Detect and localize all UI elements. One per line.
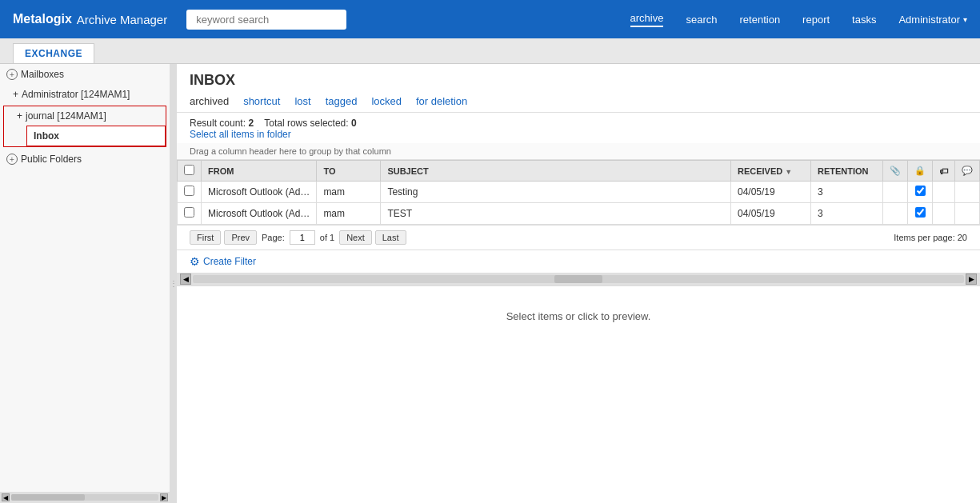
nav-search[interactable]: search	[686, 14, 717, 26]
nav-report[interactable]: report	[802, 14, 830, 26]
nav-admin-dropdown[interactable]: Administrator ▾	[898, 14, 967, 26]
th-attachment: 📎	[883, 161, 908, 182]
create-filter-link[interactable]: ⚙ Create Filter	[190, 255, 967, 268]
row1-lock-cell	[908, 182, 933, 203]
row1-subject: Testing	[381, 182, 731, 203]
row1-checkbox[interactable]	[184, 186, 194, 196]
prev-page-button[interactable]: Prev	[224, 230, 257, 245]
row1-checkbox-cell	[178, 182, 202, 203]
public-folders-label: Public Folders	[21, 154, 82, 165]
result-count-label: Result count:	[190, 118, 246, 129]
tab-shortcut[interactable]: shortcut	[243, 95, 280, 112]
row2-to: mam	[317, 203, 381, 225]
content-area: INBOX archived shortcut lost tagged lock…	[177, 64, 980, 503]
nav-admin-label: Administrator	[898, 14, 960, 26]
tab-archived[interactable]: archived	[190, 95, 229, 112]
row2-lock-checkbox[interactable]	[915, 207, 926, 218]
table-row: Microsoft Outlook (Ad… mam TEST 04/05/19…	[178, 203, 980, 225]
row1-received: 04/05/19	[731, 182, 811, 203]
table-header-row: FROM TO SUBJECT RECEIVED ▼ RETENTION 📎 🔒…	[178, 161, 980, 182]
brand: Metalogix Archive Manager	[13, 12, 167, 26]
sidebar-scroll-track	[11, 494, 158, 501]
th-subject[interactable]: SUBJECT	[381, 161, 731, 182]
nav-tasks[interactable]: tasks	[852, 14, 876, 26]
row2-tag-cell	[933, 203, 955, 225]
sidebar-scrollbar[interactable]: ◀ ▶	[0, 492, 170, 503]
h-scroll-right-btn[interactable]: ▶	[966, 273, 977, 285]
items-per-page-label: Items per page: 20	[894, 233, 967, 242]
tab-lost[interactable]: lost	[294, 95, 310, 112]
page-of-text: of 1	[320, 233, 334, 242]
sidebar-scroll-left-btn[interactable]: ◀	[2, 493, 10, 501]
th-received[interactable]: RECEIVED ▼	[731, 161, 811, 182]
th-note: 💬	[955, 161, 980, 182]
create-filter-label: Create Filter	[203, 256, 256, 267]
sidebar-administrator[interactable]: + Administrator [124MAM1]	[0, 85, 170, 104]
row1-note-cell	[955, 182, 980, 203]
v-resize-handle[interactable]: ⋮	[170, 64, 177, 503]
sidebar-inbox[interactable]: Inbox	[26, 126, 166, 146]
exchange-tab-bar: EXCHANGE	[0, 38, 980, 64]
row2-subject: TEST	[381, 203, 731, 225]
row1-tag-cell	[933, 182, 955, 203]
mailboxes-label: Mailboxes	[21, 69, 64, 80]
exchange-tab[interactable]: EXCHANGE	[13, 43, 94, 63]
first-page-button[interactable]: First	[190, 230, 221, 245]
th-to[interactable]: TO	[317, 161, 381, 182]
nav-links: archive search retention report tasks Ad…	[630, 12, 967, 27]
administrator-label: Administrator [124MAM1]	[22, 89, 130, 100]
horizontal-scrollbar[interactable]: ◀ ▶	[177, 273, 980, 285]
total-rows: 0	[351, 118, 357, 129]
th-retention[interactable]: RETENTION	[811, 161, 883, 182]
nav-retention[interactable]: retention	[740, 14, 781, 26]
row2-retention: 3	[811, 203, 883, 225]
drag-hint: Drag a column header here to group by th…	[177, 143, 980, 160]
sidebar: + Mailboxes + Administrator [124MAM1] + …	[0, 64, 170, 503]
tab-for-deletion[interactable]: for deletion	[416, 95, 467, 112]
th-from[interactable]: FROM	[202, 161, 317, 182]
filter-icon: ⚙	[190, 255, 200, 268]
keyword-search-input[interactable]	[186, 10, 346, 30]
email-table: FROM TO SUBJECT RECEIVED ▼ RETENTION 📎 🔒…	[177, 160, 980, 225]
nav-archive[interactable]: archive	[630, 12, 664, 27]
sidebar-mailboxes[interactable]: + Mailboxes	[0, 64, 170, 85]
top-navigation: Metalogix Archive Manager archive search…	[0, 0, 980, 38]
expand-mailboxes-icon: +	[6, 69, 18, 80]
result-count: 2	[248, 118, 254, 129]
page-number-input[interactable]	[290, 230, 315, 245]
row1-lock-checkbox[interactable]	[915, 186, 926, 196]
select-all-items-link[interactable]: Select all items in folder	[190, 129, 291, 140]
th-lock: 🔒	[908, 161, 933, 182]
pagination-bar: First Prev Page: of 1 Next Last Items pe…	[177, 225, 980, 250]
row2-checkbox[interactable]	[184, 207, 194, 218]
inbox-header: INBOX archived shortcut lost tagged lock…	[177, 64, 980, 113]
chevron-down-icon: ▾	[963, 15, 967, 24]
row1-to: mam	[317, 182, 381, 203]
table-container: FROM TO SUBJECT RECEIVED ▼ RETENTION 📎 🔒…	[177, 160, 980, 225]
expand-journal-icon: +	[17, 110, 22, 122]
row2-note-cell	[955, 203, 980, 225]
expand-administrator-icon: +	[13, 89, 18, 100]
email-table-body: Microsoft Outlook (Ad… mam Testing 04/05…	[178, 182, 980, 225]
received-label: RECEIVED	[738, 166, 782, 176]
last-page-button[interactable]: Last	[375, 230, 406, 245]
tab-locked[interactable]: locked	[371, 95, 402, 112]
sidebar-scroll-right-btn[interactable]: ▶	[160, 493, 168, 501]
th-tag: 🏷	[933, 161, 955, 182]
preview-text: Select items or click to preview.	[506, 310, 651, 322]
tab-tagged[interactable]: tagged	[326, 95, 358, 112]
row2-attachment-cell	[883, 203, 908, 225]
sidebar-journal[interactable]: + journal [124MAM1]	[4, 106, 166, 126]
select-all-checkbox[interactable]	[184, 165, 194, 175]
row1-from: Microsoft Outlook (Ad…	[202, 182, 317, 203]
main-layout: + Mailboxes + Administrator [124MAM1] + …	[0, 64, 980, 503]
next-page-button[interactable]: Next	[339, 230, 372, 245]
row1-retention: 3	[811, 182, 883, 203]
h-scroll-left-btn[interactable]: ◀	[180, 273, 191, 285]
journal-box: + journal [124MAM1] Inbox	[3, 106, 166, 147]
th-select-all	[178, 161, 202, 182]
sidebar-public-folders[interactable]: + Public Folders	[0, 149, 170, 170]
inbox-tabs: archived shortcut lost tagged locked for…	[190, 95, 967, 112]
h-scroll-track	[193, 275, 964, 283]
h-scroll-thumb	[554, 275, 602, 283]
